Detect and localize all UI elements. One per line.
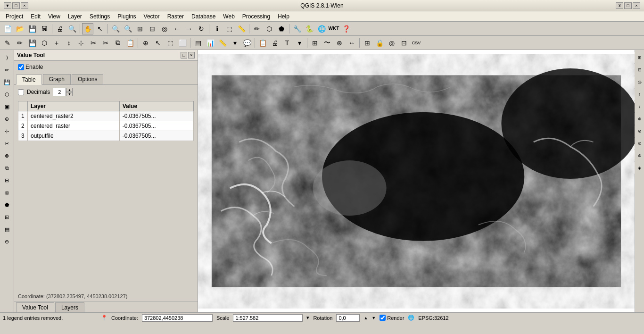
decimals-checkbox[interactable]	[18, 89, 24, 95]
select3-button[interactable]: ⬜	[177, 37, 188, 49]
transform-button[interactable]: ↔	[346, 37, 357, 49]
zoom-layer-button[interactable]: ◎	[159, 23, 170, 34]
menu-web[interactable]: Web	[219, 12, 238, 21]
left-tool-8[interactable]: ✂	[1, 138, 13, 149]
select2-button[interactable]: ⬚	[165, 37, 176, 49]
contour-button[interactable]: 〜	[322, 37, 333, 49]
refresh-button[interactable]: ↻	[196, 23, 207, 34]
win-maximize-button[interactable]: □	[12, 2, 20, 9]
map-area[interactable]	[198, 50, 635, 312]
print-button[interactable]: 🖨	[54, 23, 66, 34]
print2-button[interactable]: 🖨	[269, 37, 281, 49]
bottom-tab-layers[interactable]: Layers	[55, 302, 84, 312]
left-tool-11[interactable]: ⊟	[1, 175, 13, 186]
menu-project[interactable]: Project	[2, 12, 27, 21]
label-button[interactable]: T	[281, 37, 293, 49]
left-tool-14[interactable]: ⊞	[1, 211, 13, 223]
georef-button[interactable]: ⊞	[309, 37, 321, 49]
select-button[interactable]: ↖	[94, 23, 106, 34]
plugins-button[interactable]: 🔧	[291, 23, 303, 34]
compass-button[interactable]: ◎	[386, 37, 397, 49]
pan-button[interactable]: ✋	[82, 23, 93, 34]
left-tool-6[interactable]: ⊕	[1, 113, 13, 125]
cut-features-button[interactable]: ✂	[100, 37, 111, 49]
rotation-down-arrow[interactable]: ▼	[372, 316, 376, 320]
win-btn-extra3[interactable]: ×	[633, 2, 640, 9]
left-tool-7[interactable]: ⊹	[1, 125, 13, 137]
zoom-out-button[interactable]: 🔍	[122, 23, 133, 34]
measure2-button[interactable]: 📏	[217, 37, 228, 49]
left-tool-1[interactable]: ⟩	[1, 52, 13, 63]
right-tool-1[interactable]: ⊞	[634, 52, 644, 63]
zoom-next-button[interactable]: →	[183, 23, 195, 34]
save-as-button[interactable]: 🖫	[39, 23, 50, 34]
lock-button[interactable]: 🔒	[374, 37, 385, 49]
left-tool-9[interactable]: ⊗	[1, 150, 13, 161]
print-preview-button[interactable]: 🔍	[66, 23, 78, 34]
coord-input[interactable]	[142, 314, 213, 322]
select-features-button[interactable]: ⬚	[223, 23, 235, 34]
tab-table[interactable]: Table	[16, 75, 42, 85]
menu-raster[interactable]: Raster	[164, 12, 188, 21]
grid-button[interactable]: ⊞	[362, 37, 373, 49]
left-tool-15[interactable]: ▤	[1, 224, 13, 235]
scale2-button[interactable]: ⊡	[398, 37, 410, 49]
right-tool-6[interactable]: ⊕	[634, 113, 644, 125]
python-button[interactable]: 🐍	[304, 23, 315, 34]
annotation-button[interactable]: 💬	[241, 37, 253, 49]
delete-selected-button[interactable]: ✂	[88, 37, 99, 49]
rotation-input[interactable]	[336, 314, 360, 322]
left-tool-13[interactable]: ⬟	[1, 199, 13, 210]
right-tool-10[interactable]: ◈	[634, 162, 644, 174]
node-tool-button[interactable]: ⬟	[276, 23, 287, 34]
left-tool-5[interactable]: ▣	[1, 101, 13, 112]
menu-settings[interactable]: Settings	[86, 12, 114, 21]
tab-graph[interactable]: Graph	[43, 74, 71, 84]
stats-button[interactable]: 📊	[205, 37, 216, 49]
zoom-full-button[interactable]: ⊞	[134, 23, 146, 34]
open-project-button[interactable]: 📂	[14, 23, 25, 34]
left-tool-3[interactable]: 💾	[1, 76, 13, 88]
win-close-button[interactable]: ×	[21, 2, 28, 9]
snap-button[interactable]: ⊕	[140, 37, 151, 49]
menu-plugins[interactable]: Plugins	[114, 12, 140, 21]
scale-dropdown-arrow[interactable]: ▾	[306, 315, 309, 321]
left-tool-16[interactable]: ⊝	[1, 236, 13, 247]
identify2-button[interactable]: ↖	[152, 37, 164, 49]
right-tool-2[interactable]: ⊟	[634, 64, 644, 75]
current-edits-button[interactable]: ✎	[2, 37, 13, 49]
zoom-in-button[interactable]: 🔍	[110, 23, 121, 34]
wkt-button[interactable]: WKT	[328, 23, 339, 34]
form-button[interactable]: 📋	[257, 37, 268, 49]
menu-processing[interactable]: Processing	[239, 12, 274, 21]
win-btn-extra1[interactable]: ⊻	[616, 2, 623, 9]
zoom-selection-button[interactable]: ⊟	[147, 23, 158, 34]
tab-options[interactable]: Options	[72, 74, 103, 84]
scale-input[interactable]	[233, 314, 303, 322]
enable-checkbox[interactable]	[18, 64, 24, 70]
menu-view[interactable]: View	[44, 12, 64, 21]
right-tool-3[interactable]: ◎	[634, 76, 644, 88]
save-project-button[interactable]: 💾	[26, 23, 38, 34]
paste-features-button[interactable]: 📋	[124, 37, 136, 49]
menu-vector[interactable]: Vector	[140, 12, 164, 21]
copy-features-button[interactable]: ⧉	[112, 37, 124, 49]
epsg-label[interactable]: EPSG:32612	[418, 315, 448, 321]
menu-edit[interactable]: Edit	[27, 12, 44, 21]
edit-button[interactable]: ✏	[251, 23, 263, 34]
bottom-tab-valuetool[interactable]: Value Tool	[16, 302, 54, 312]
save-edits-button[interactable]: 💾	[26, 37, 38, 49]
open-table-button[interactable]: ▤	[192, 37, 204, 49]
rotation-up-arrow[interactable]: ▲	[363, 316, 368, 320]
win-minimize-button[interactable]: ▼	[4, 2, 11, 9]
measure-button[interactable]: 📏	[236, 23, 247, 34]
right-tool-9[interactable]: ⊚	[634, 150, 644, 161]
right-tool-4[interactable]: ↑	[634, 89, 644, 100]
add-feature-button[interactable]: +	[51, 37, 62, 49]
digitize-button[interactable]: ⬡	[264, 23, 275, 34]
help-button[interactable]: ❓	[340, 23, 352, 34]
csv-button[interactable]: CSV	[411, 37, 422, 49]
left-tool-4[interactable]: ⬡	[1, 89, 13, 100]
label-select-button[interactable]: ▾	[294, 37, 305, 49]
menu-help[interactable]: Help	[274, 12, 293, 21]
